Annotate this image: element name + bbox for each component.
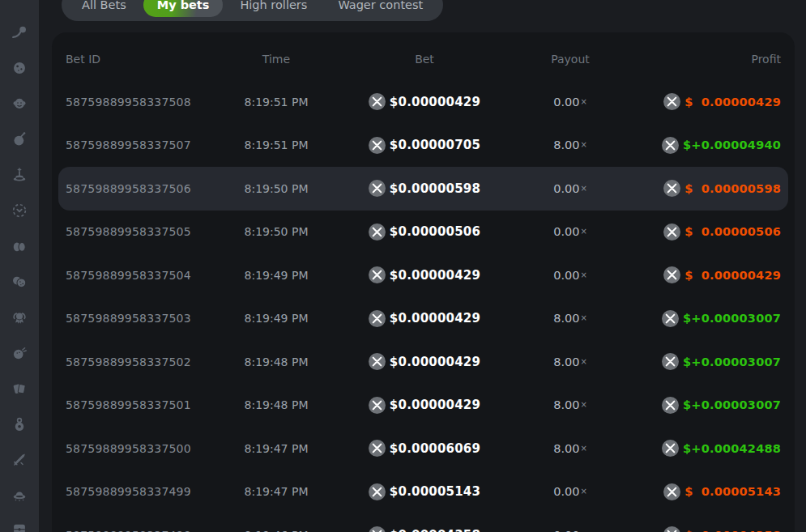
bet-id: 58759889958337508 — [66, 96, 220, 109]
bets-table-card: Bet IDTimeBetPayoutProfit 58759889958337… — [52, 32, 795, 532]
xrp-coin-icon — [369, 526, 386, 532]
planet-icon[interactable] — [11, 59, 28, 77]
profit-cell: $ 0.00005143 — [625, 483, 781, 500]
bet-amount: $0.00006069 — [390, 441, 480, 456]
bet-amount-cell: $0.00000429 — [333, 397, 516, 414]
pendant-icon[interactable] — [11, 415, 28, 433]
bet-amount: $0.00000429 — [390, 311, 480, 326]
table-row[interactable]: 58759889958337502 8:19:48 PM $0.00000429… — [66, 340, 781, 384]
bet-amount: $0.00000429 — [390, 398, 480, 412]
bet-id: 58759889958337505 — [66, 225, 220, 238]
ufo-icon[interactable] — [11, 487, 28, 504]
profit-amount: $+0.00003007 — [683, 312, 781, 325]
table-row[interactable]: 58759889958337508 8:19:51 PM $0.00000429… — [66, 80, 781, 124]
multiplier-suffix: × — [580, 97, 586, 106]
multiplier-suffix: × — [580, 313, 586, 322]
profit-cell: $+0.00003007 — [625, 310, 781, 327]
xrp-coin-icon — [663, 483, 680, 500]
bet-id: 58759889958337507 — [66, 138, 220, 151]
table-row[interactable]: 58759889958337501 8:19:48 PM $0.00000429… — [66, 384, 781, 428]
column-header-time: Time — [220, 53, 333, 66]
xrp-coin-icon — [662, 310, 679, 327]
bowling-ball-icon[interactable] — [11, 344, 28, 362]
eggs-icon[interactable] — [11, 237, 28, 255]
xrp-coin-icon — [662, 440, 679, 457]
bomb-icon[interactable] — [11, 130, 28, 148]
sword-icon[interactable] — [11, 451, 28, 469]
monkey-icon[interactable] — [11, 95, 28, 113]
column-header-payout: Payout — [516, 53, 625, 66]
bet-time: 8:19:46 PM — [220, 529, 333, 532]
profit-amount: $+0.00003007 — [683, 398, 781, 411]
table-row[interactable]: 58759889958337498 8:19:46 PM $0.00004358… — [66, 513, 781, 532]
table-row[interactable]: 58759889958337506 8:19:50 PM $0.00000598… — [58, 167, 788, 211]
payout-cell: 0.00× — [516, 485, 625, 498]
comet-icon[interactable] — [11, 23, 28, 41]
xrp-coin-icon — [369, 266, 386, 283]
payout-multiplier: 0.00 — [553, 182, 579, 195]
column-header-profit: Profit — [625, 53, 781, 66]
bet-amount: $0.00005143 — [390, 484, 480, 499]
payout-multiplier: 8.00 — [553, 442, 579, 455]
payout-cell: 0.00× — [516, 96, 625, 109]
payout-cell: 0.00× — [516, 529, 625, 532]
table-row[interactable]: 58759889958337507 8:19:51 PM $0.00000705… — [66, 124, 781, 168]
bet-amount: $0.00000429 — [390, 268, 480, 283]
table-row[interactable]: 58759889958337504 8:19:49 PM $0.00000429… — [66, 253, 781, 297]
xrp-coin-icon — [369, 137, 386, 154]
bet-amount-cell: $0.00000705 — [333, 137, 516, 154]
payout-multiplier: 0.00 — [553, 269, 579, 282]
bet-amount-cell: $0.00004358 — [333, 526, 516, 532]
bets-tab-bar: All BetsMy betsHigh rollersWager contest — [62, 0, 443, 21]
payout-cell: 0.00× — [516, 269, 625, 282]
tab-wager-contest[interactable]: Wager contest — [324, 0, 437, 17]
xrp-coin-icon — [369, 397, 386, 414]
bet-amount-cell: $0.00000429 — [333, 353, 516, 370]
profit-cell: $ 0.00000598 — [625, 180, 781, 197]
payout-multiplier: 8.00 — [553, 138, 579, 151]
bet-time: 8:19:50 PM — [220, 225, 333, 238]
table-row[interactable]: 58759889958337503 8:19:49 PM $0.00000429… — [66, 297, 781, 341]
bet-amount-cell: $0.00000429 — [333, 266, 516, 283]
cards-icon[interactable] — [11, 380, 28, 398]
xrp-coin-icon — [662, 397, 679, 414]
payout-multiplier: 0.00 — [553, 225, 579, 238]
coins-icon[interactable] — [11, 273, 28, 291]
bet-amount-cell: $0.00000506 — [333, 223, 516, 240]
target-icon[interactable] — [11, 202, 28, 219]
chest-icon[interactable] — [11, 522, 28, 532]
crown-badge-icon[interactable] — [11, 309, 28, 326]
bet-amount: $0.00000429 — [390, 95, 480, 109]
payout-cell: 8.00× — [516, 355, 625, 368]
bet-amount: $0.00000506 — [390, 224, 480, 239]
payout-multiplier: 8.00 — [553, 398, 579, 411]
bet-amount-cell: $0.00000598 — [333, 180, 516, 197]
table-row[interactable]: 58759889958337500 8:19:47 PM $0.00006069… — [66, 427, 781, 470]
xrp-coin-icon — [369, 440, 386, 457]
bet-id: 58759889958337499 — [66, 485, 220, 498]
fountain-icon[interactable] — [11, 166, 28, 184]
multiplier-suffix: × — [580, 487, 586, 496]
tab-my-bets[interactable]: My bets — [143, 0, 224, 17]
tab-high-rollers[interactable]: High rollers — [226, 0, 321, 17]
profit-cell: $ 0.00000429 — [625, 93, 781, 110]
xrp-coin-icon — [663, 180, 680, 197]
table-row[interactable]: 58759889958337499 8:19:47 PM $0.00005143… — [66, 470, 781, 514]
column-header-bet: Bet — [333, 53, 516, 66]
table-row[interactable]: 58759889958337505 8:19:50 PM $0.00000506… — [66, 211, 781, 254]
bet-id: 58759889958337503 — [66, 312, 220, 325]
payout-cell: 0.00× — [516, 225, 625, 238]
profit-cell: $ 0.00000429 — [625, 266, 781, 283]
xrp-coin-icon — [369, 223, 386, 240]
bet-amount: $0.00004358 — [390, 528, 480, 532]
multiplier-suffix: × — [580, 227, 586, 236]
table-body: 58759889958337508 8:19:51 PM $0.00000429… — [66, 80, 781, 532]
profit-cell: $ 0.00004358 — [625, 526, 781, 532]
bet-time: 8:19:51 PM — [220, 96, 333, 109]
tab-all-bets[interactable]: All Bets — [68, 0, 140, 17]
payout-multiplier: 8.00 — [553, 312, 579, 325]
bet-id: 58759889958337498 — [66, 529, 220, 532]
table-header: Bet IDTimeBetPayoutProfit — [66, 32, 781, 80]
bet-time: 8:19:51 PM — [220, 138, 333, 151]
bet-id: 58759889958337506 — [66, 182, 220, 195]
